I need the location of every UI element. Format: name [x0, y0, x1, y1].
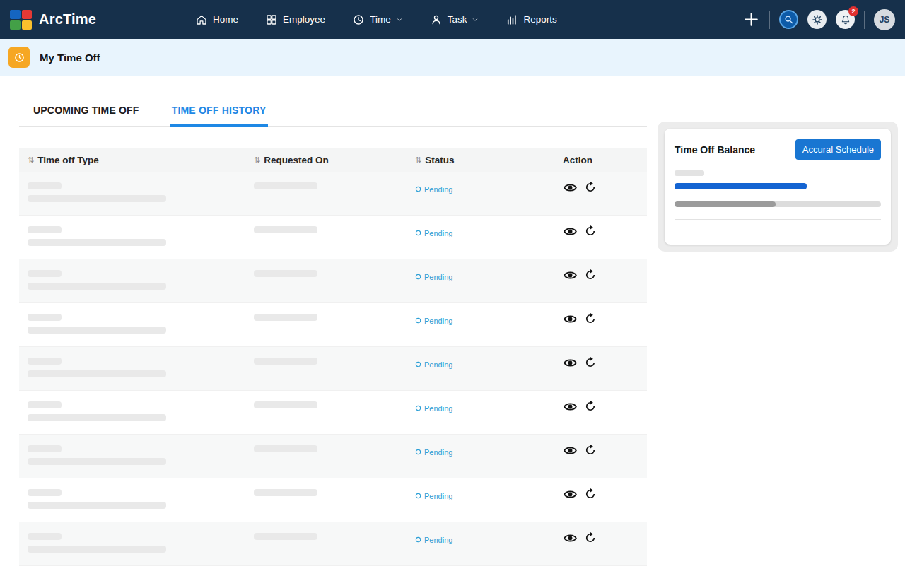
status-label: Pending: [424, 273, 452, 281]
pending-circle-icon: [415, 186, 421, 192]
nav-time-label: Time: [370, 14, 391, 25]
cell-status: Pending: [407, 216, 559, 259]
cell-action: [559, 216, 647, 259]
sort-icon: ⇅: [415, 155, 421, 165]
status-label: Pending: [424, 536, 452, 544]
notifications-button[interactable]: 2: [836, 10, 855, 29]
cell-time-off-type: [19, 435, 245, 478]
skeleton-bar: [254, 270, 317, 277]
add-button[interactable]: [742, 11, 760, 28]
accural-schedule-button[interactable]: Accural Schedule: [795, 139, 881, 160]
nav-item-time[interactable]: Time: [352, 13, 403, 26]
status-badge: Pending: [415, 404, 452, 413]
column-header-requested-on[interactable]: ⇅ Requested On: [245, 155, 407, 165]
nav-employee-label: Employee: [283, 14, 325, 25]
skeleton-bar: [28, 314, 62, 321]
cell-requested-on: [245, 303, 407, 346]
user-avatar[interactable]: JS: [874, 9, 895, 30]
status-badge: Pending: [415, 229, 452, 237]
balance-progress-fill: [675, 201, 776, 207]
cell-requested-on: [245, 391, 407, 434]
tab-upcoming-time-off[interactable]: UPCOMING TIME OFF: [32, 98, 141, 127]
refresh-icon[interactable]: [584, 180, 597, 194]
arctime-logo-icon: [10, 10, 32, 30]
view-eye-icon[interactable]: [563, 355, 578, 370]
refresh-icon[interactable]: [584, 487, 597, 500]
pending-circle-icon: [415, 361, 421, 368]
view-eye-icon[interactable]: [563, 312, 578, 327]
status-badge: Pending: [415, 317, 452, 325]
refresh-icon[interactable]: [584, 531, 597, 544]
nav-item-task[interactable]: Task: [430, 13, 479, 26]
sort-icon: ⇅: [254, 155, 260, 165]
skeleton-bar: [28, 358, 62, 365]
cell-time-off-type: [19, 303, 245, 346]
pending-circle-icon: [415, 449, 421, 455]
column-header-status[interactable]: ⇅ Status: [407, 155, 559, 165]
balance-blue-bar: [675, 183, 807, 189]
cell-time-off-type: [19, 391, 245, 434]
pending-circle-icon: [415, 536, 421, 543]
cell-requested-on: [245, 478, 407, 522]
view-eye-icon[interactable]: [563, 443, 578, 458]
table-row: Pending: [19, 435, 647, 478]
table-row: Pending: [19, 259, 647, 303]
cell-time-off-type: [19, 216, 245, 259]
table-row: Pending: [19, 303, 647, 347]
cell-status: Pending: [407, 259, 559, 302]
view-eye-icon[interactable]: [563, 180, 578, 195]
search-button[interactable]: [779, 10, 798, 29]
refresh-icon[interactable]: [584, 443, 597, 457]
nav-reports-label: Reports: [523, 14, 556, 25]
table-header-row: ⇅ Time off Type ⇅ Requested On ⇅ Status …: [19, 148, 647, 172]
logo-square-red: [22, 10, 33, 19]
status-badge: Pending: [415, 360, 452, 369]
status-label: Pending: [424, 492, 452, 500]
tab-time-off-history[interactable]: TIME OFF HISTORY: [170, 98, 268, 127]
logo-square-blue: [10, 10, 21, 19]
column-label: Requested On: [264, 155, 329, 165]
table-row: Pending: [19, 347, 647, 391]
brand[interactable]: ArcTime: [10, 10, 96, 30]
cell-action: [559, 522, 647, 565]
skeleton-bar: [28, 489, 62, 496]
cell-status: Pending: [407, 303, 559, 346]
nav-item-employee[interactable]: Employee: [265, 13, 325, 26]
table-row: Pending: [19, 391, 647, 435]
cell-action: [559, 172, 647, 215]
skeleton-bar: [28, 370, 166, 377]
table-row: Pending: [19, 522, 647, 566]
view-eye-icon[interactable]: [563, 531, 578, 546]
view-eye-icon[interactable]: [563, 268, 578, 283]
cell-status: Pending: [407, 172, 559, 215]
refresh-icon[interactable]: [584, 312, 597, 325]
cell-action: [559, 259, 647, 302]
skeleton-bar: [28, 533, 62, 540]
skeleton-bar: [675, 170, 704, 176]
status-label: Pending: [424, 404, 452, 413]
refresh-icon[interactable]: [584, 268, 597, 281]
divider: [864, 11, 865, 29]
view-eye-icon[interactable]: [563, 399, 578, 414]
nav-task-label: Task: [448, 14, 467, 25]
refresh-icon[interactable]: [584, 224, 597, 237]
status-label: Pending: [424, 448, 452, 457]
cell-action: [559, 391, 647, 434]
main-nav: Home Employee Time Task Reports: [195, 13, 557, 26]
cell-requested-on: [245, 347, 407, 390]
clock-icon: [352, 13, 365, 26]
view-eye-icon[interactable]: [563, 224, 578, 239]
time-off-balance-panel: Time Off Balance Accural Schedule: [658, 122, 898, 252]
refresh-icon[interactable]: [584, 399, 597, 413]
person-icon: [430, 13, 443, 26]
skeleton-bar: [28, 182, 62, 189]
refresh-icon[interactable]: [584, 355, 597, 369]
nav-item-reports[interactable]: Reports: [506, 13, 556, 26]
settings-button[interactable]: [807, 10, 827, 29]
nav-item-home[interactable]: Home: [195, 13, 238, 26]
cell-requested-on: [245, 522, 407, 565]
column-label: Action: [563, 155, 592, 165]
view-eye-icon[interactable]: [563, 487, 578, 502]
cell-requested-on: [245, 435, 407, 478]
column-header-time-off-type[interactable]: ⇅ Time off Type: [19, 155, 245, 165]
